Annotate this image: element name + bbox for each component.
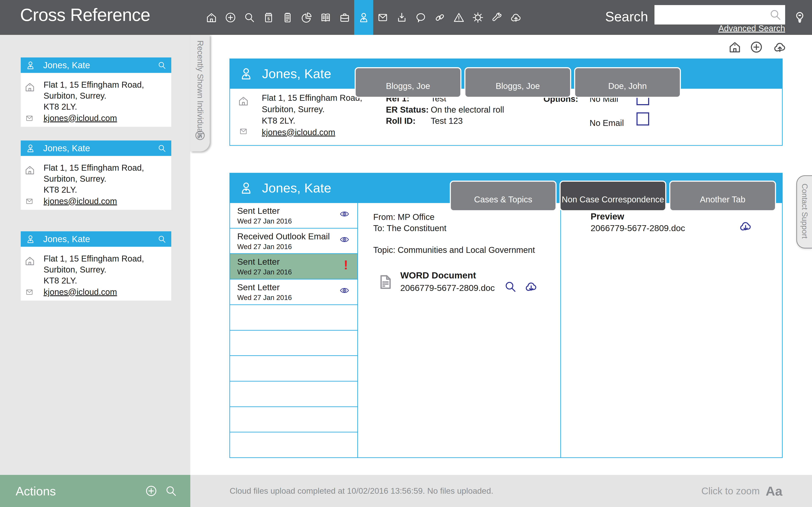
eye-icon[interactable] [338,234,351,245]
attachment-text: WORD Document 2066779-5677-2809.doc [400,270,495,293]
settings-icon[interactable] [468,0,488,35]
list-item-empty[interactable] [230,331,357,356]
tab-non-case-correspondence[interactable]: Non Case Correspondence [560,181,666,211]
list-item[interactable]: Sent Letter Wed 27 Jan 2016 [230,203,357,229]
cloud-upload-icon[interactable] [771,40,789,54]
close-icon[interactable] [194,129,206,141]
eye-icon[interactable] [338,209,351,219]
lightbulb-icon[interactable] [793,8,807,27]
app-title: Cross Reference [20,5,150,25]
cloud-download-icon[interactable] [738,220,753,233]
home-address-icon [24,255,36,267]
list-item-selected[interactable]: Sent Letter Wed 27 Jan 2016 ! [230,254,357,279]
notes-icon[interactable] [278,0,297,35]
correspondence-panel-header: Jones, Kate Cases & Topics Non Case Corr… [230,173,782,203]
individual-email-link[interactable]: kjones@icloud.com [44,195,117,207]
search-icon[interactable] [240,0,259,35]
recent-card-header[interactable]: Jones, Kate [21,140,171,156]
field-label: ER Status: [386,104,431,115]
recent-card-body: Flat 1, 15 Effingham Road, Surbiton, Sur… [21,156,171,210]
downloads-icon[interactable] [392,0,411,35]
preview-filename: 2066779-5677-2809.doc [591,223,685,233]
calendar-icon[interactable] [259,0,278,35]
alert-exclamation-icon: ! [344,257,348,272]
person-fields: Ref 1: Test ER Status: On the electoral … [386,93,504,126]
recent-card-header[interactable]: Jones, Kate [21,57,171,73]
main-toolbar [202,0,525,35]
individuals-icon[interactable] [354,0,373,35]
person-icon [239,181,254,195]
person-icon [239,66,254,81]
click-to-zoom-label[interactable]: Click to zoom [701,485,760,497]
list-item[interactable]: Received Outlook Email Wed 27 Jan 2016 [230,229,357,254]
no-email-checkbox[interactable] [637,112,649,125]
individual-address: Flat 1, 15 Effingham Road, Surbiton, Sur… [44,79,144,112]
actions-bar: Actions [0,475,190,507]
app-header: Cross Reference Search Advanced Search [0,0,812,35]
alerts-icon[interactable] [449,0,468,35]
field-row: Roll ID: Test 123 [386,115,504,126]
field-label: Roll ID: [386,115,431,126]
add-icon[interactable] [749,40,763,54]
individual-email-link[interactable]: kjones@icloud.com [44,113,117,124]
recent-individual-card: Jones, Kate Flat 1, 15 Effingham Road, S… [21,57,171,127]
add-action-icon[interactable] [145,485,158,498]
recently-shown-tab-label: Recently Shown Individuals [196,40,205,138]
search-input[interactable] [654,5,785,24]
list-item-empty[interactable] [230,407,357,433]
mail-icon[interactable] [373,0,392,35]
status-message: Cloud files upload completed at 10/02/20… [230,486,701,496]
list-item-empty[interactable] [230,382,357,407]
recent-card-header[interactable]: Jones, Kate [21,231,171,247]
library-icon[interactable] [316,0,335,35]
list-item-empty[interactable] [230,356,357,382]
list-item[interactable]: Sent Letter Wed 27 Jan 2016 [230,279,357,305]
recently-shown-tab[interactable]: Recently Shown Individuals [190,35,210,152]
search-individual-icon[interactable] [157,61,167,70]
correspondence-tabs: Cases & Topics Non Case Correspondence A… [450,181,776,211]
actions-title: Actions [16,484,145,498]
recent-individual-card: Jones, Kate Flat 1, 15 Effingham Road, S… [21,231,171,300]
links-icon[interactable] [430,0,449,35]
individual-name: Jones, Kate [43,60,157,70]
recently-shown-sidebar: Jones, Kate Flat 1, 15 Effingham Road, S… [0,35,190,475]
casework-icon[interactable] [335,0,354,35]
list-item-empty[interactable] [230,305,357,331]
individual-email-link[interactable]: kjones@icloud.com [44,286,117,297]
tools-icon[interactable] [488,0,506,35]
field-row: ER Status: On the electoral roll [386,104,504,115]
cloud-upload-icon[interactable] [506,0,525,35]
contact-support-label: Contact Support [800,183,809,238]
eye-icon[interactable] [338,285,351,295]
home-address-icon [238,95,249,107]
tab-related-person[interactable]: Bloggs, Joe [464,67,571,98]
pie-chart-icon[interactable] [297,0,316,35]
content-quick-actions [728,40,789,54]
home-icon[interactable] [728,40,742,54]
tab-another[interactable]: Another Tab [669,181,776,211]
advanced-search-link[interactable]: Advanced Search [654,24,785,33]
tab-related-person[interactable]: Bloggs, Joe [355,67,461,98]
list-item-empty[interactable] [230,433,357,457]
tab-cases-topics[interactable]: Cases & Topics [450,181,557,211]
email-icon [238,127,249,136]
person-email-link[interactable]: kjones@icloud.com [262,128,335,137]
add-record-icon[interactable] [221,0,240,35]
home-address-icon [24,164,36,176]
home-icon[interactable] [202,0,221,35]
text-zoom-icon[interactable]: Aa [766,484,782,499]
search-action-icon[interactable] [164,485,177,498]
contact-support-tab[interactable]: Contact Support [796,175,812,248]
search-individual-icon[interactable] [157,144,167,153]
comments-icon[interactable] [411,0,430,35]
search-input-icon[interactable] [769,8,782,21]
person-address: Flat 1, 15 Effingham Road, Surbiton, Sur… [262,92,362,126]
attachment-block: WORD Document 2066779-5677-2809.doc [376,270,538,293]
preview-search-icon[interactable] [504,280,517,293]
recent-individual-card: Jones, Kate Flat 1, 15 Effingham Road, S… [21,140,171,210]
tab-related-person[interactable]: Doe, John [574,67,681,98]
from-to-block: From: MP Office To: The Constituent [373,212,446,234]
cloud-download-icon[interactable] [524,280,538,293]
search-individual-icon[interactable] [157,234,167,244]
topic-line: Topic: Communities and Local Government [373,245,535,255]
